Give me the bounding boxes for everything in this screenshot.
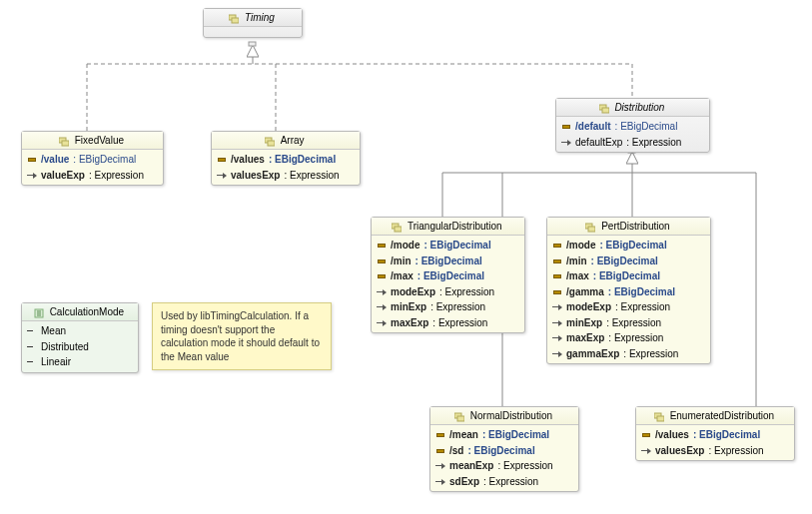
reference-row[interactable]: meanExp : Expression [430,458,578,474]
attribute-row[interactable]: /max : EBigDecimal [547,268,710,284]
svg-rect-26 [457,416,464,421]
reference-icon [552,302,562,312]
enum-literal[interactable]: Mean [22,323,138,339]
reference-icon [561,138,571,148]
class-title: Array [212,132,360,150]
svg-rect-5 [249,42,256,46]
svg-rect-16 [62,141,69,146]
attributes: /values : EBigDecimal valuesExp : Expres… [636,425,794,460]
class-icon [599,103,609,114]
literal-icon [27,326,37,336]
attribute-icon [561,122,571,132]
class-title: Distribution [556,99,709,117]
attribute-row[interactable]: /sd : EBigDecimal [430,443,578,459]
class-distribution[interactable]: Distribution /default : EBigDecimal defa… [555,98,710,153]
attribute-icon [217,155,227,165]
attribute-row[interactable]: /value : EBigDecimal [22,152,163,168]
reference-row[interactable]: minExp : Expression [372,299,524,315]
attribute-icon [435,430,445,440]
class-icon [585,222,595,233]
reference-icon [435,461,445,471]
class-name: Array [281,135,305,146]
reference-row[interactable]: minExp : Expression [547,315,710,331]
attribute-icon [27,155,37,165]
literals: Mean Distributed Lineair [22,321,138,372]
class-normal-distribution[interactable]: NormalDistribution /mean : EBigDecimal /… [429,406,579,492]
reference-icon [552,318,562,328]
class-title: FixedValue [22,132,163,150]
enum-literal[interactable]: Lineair [22,354,138,370]
reference-row[interactable]: modeExp : Expression [547,299,710,315]
class-title: PertDistribution [547,218,710,236]
class-fixed-value[interactable]: FixedValue /value : EBigDecimal valueExp… [21,131,164,186]
class-pert-distribution[interactable]: PertDistribution /mode : EBigDecimal /mi… [546,217,711,364]
class-icon [654,411,664,422]
attribute-row[interactable]: /mean : EBigDecimal [430,427,578,443]
class-enumerated-distribution[interactable]: EnumeratedDistribution /values : EBigDec… [635,406,795,461]
reference-row[interactable]: valuesExp : Expression [212,168,360,184]
reference-row[interactable]: defaultExp : Expression [556,135,709,151]
reference-row[interactable]: modeExp : Expression [372,284,524,300]
class-title: EnumeratedDistribution [636,407,794,425]
attribute-row[interactable]: /min : EBigDecimal [372,254,524,269]
reference-row[interactable]: maxExp : Expression [372,315,524,331]
reference-row[interactable]: valuesExp : Expression [636,443,794,459]
class-timing[interactable]: Timing [203,8,303,38]
attributes: /values : EBigDecimal valuesExp : Expres… [212,150,360,185]
reference-icon [641,446,651,456]
attributes: /mode : EBigDecimal /min : EBigDecimal /… [372,236,524,332]
class-title: TriangularDistribution [372,218,524,236]
reference-row[interactable]: valueExp : Expression [22,168,163,184]
attribute-icon [552,287,562,297]
attribute-row[interactable]: /mode : EBigDecimal [547,238,710,254]
attribute-row[interactable]: /gamma : EBigDecimal [547,284,710,300]
reference-icon [552,349,562,359]
class-name: Distribution [614,102,664,113]
attribute-row[interactable]: /mode : EBigDecimal [372,238,524,254]
enum-calculation-mode[interactable]: CalculationMode Mean Distributed Lineair [21,302,139,373]
note[interactable]: Used by libTimingCalculation. If a timin… [152,302,332,370]
attribute-row[interactable]: /min : EBigDecimal [547,254,710,269]
class-triangular-distribution[interactable]: TriangularDistribution /mode : EBigDecim… [371,217,525,333]
attribute-row[interactable]: /default : EBigDecimal [556,119,709,135]
enum-title: CalculationMode [22,303,138,321]
class-name: NormalDistribution [470,410,552,421]
attributes: /value : EBigDecimal valueExp : Expressi… [22,150,163,185]
enum-name: CalculationMode [50,306,125,317]
attributes: /default : EBigDecimal defaultExp : Expr… [556,117,709,152]
note-text: Used by libTimingCalculation. If a timin… [161,310,320,362]
attribute-icon [435,446,445,456]
svg-rect-14 [232,18,239,23]
enum-literal[interactable]: Distributed [22,339,138,355]
class-name: TriangularDistribution [407,221,502,232]
reference-icon [377,287,387,297]
svg-rect-22 [395,227,402,232]
reference-icon [27,171,37,181]
literal-icon [27,342,37,352]
reference-row[interactable]: sdExp : Expression [430,474,578,490]
attribute-icon [377,257,387,266]
attribute-icon [377,271,387,281]
class-icon [265,136,275,147]
attribute-icon [641,430,651,440]
svg-rect-20 [602,108,609,113]
reference-row[interactable]: maxExp : Expression [547,330,710,346]
attribute-icon [377,241,387,251]
reference-icon [552,333,562,343]
svg-rect-24 [588,227,595,232]
class-array[interactable]: Array /values : EBigDecimal valuesExp : … [211,131,361,186]
class-name: Timing [245,12,275,23]
attribute-row[interactable]: /max : EBigDecimal [372,268,524,284]
literal-icon [27,357,37,367]
attribute-row[interactable]: /values : EBigDecimal [636,427,794,443]
class-icon [454,411,464,422]
svg-rect-28 [657,416,664,421]
reference-icon [377,318,387,328]
attribute-icon [552,257,562,266]
class-icon [59,136,69,147]
attribute-row[interactable]: /values : EBigDecimal [212,152,360,168]
svg-rect-18 [268,141,275,146]
reference-row[interactable]: gammaExp : Expression [547,346,710,362]
empty-compartment [204,27,302,37]
class-icon [392,222,402,233]
